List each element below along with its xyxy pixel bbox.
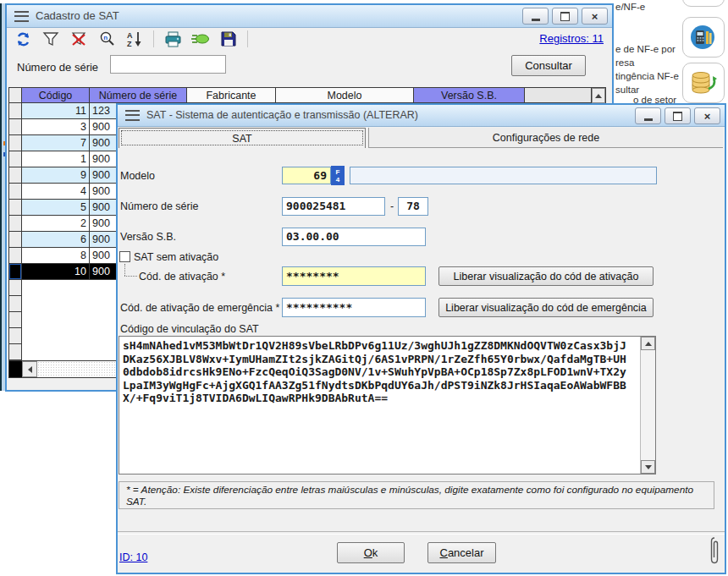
save-button[interactable] [219, 30, 238, 48]
empty-row-selector [9, 328, 22, 344]
scroll-down-button[interactable] [641, 460, 655, 474]
background-text-fragment: tingência NF-e [615, 71, 679, 81]
grid-scroll-left-button[interactable] [22, 361, 37, 377]
vinculacao-code: sH4mNAhed1vM53MbWtDr1QV2H89sVbeLRbDPv6g1… [123, 339, 637, 471]
cadastro-titlebar[interactable]: Cadastro de SAT × [7, 5, 612, 28]
empty-row-selector [9, 296, 22, 312]
liberar-visualizacao-ativacao-button[interactable]: Liberar visualização do cód de ativação [438, 266, 654, 286]
versao-sb-field[interactable]: 03.00.00 [282, 228, 426, 246]
filter-icon [42, 31, 59, 47]
printer-icon [164, 31, 182, 47]
scroll-corner-box [9, 361, 22, 377]
print-button[interactable] [163, 30, 182, 48]
vinculacao-scrollbar[interactable] [640, 337, 655, 474]
sort-button[interactable]: A Z [125, 30, 144, 48]
modelo-label: Modelo [120, 170, 155, 182]
cod-emergencia-field[interactable]: ********** [282, 298, 426, 317]
empty-row-selector [9, 312, 22, 328]
numero-serie-label: Número de série [120, 200, 198, 212]
close-icon: × [704, 111, 711, 122]
svg-text:Z: Z [127, 40, 132, 47]
sat-sem-ativacao-checkbox[interactable] [119, 251, 130, 262]
svg-text:A: A [127, 31, 133, 40]
calculator-icon [687, 20, 720, 54]
close-button[interactable]: × [582, 8, 608, 25]
minimize-button[interactable] [635, 107, 661, 124]
search-label: Número de série [17, 61, 98, 74]
minimize-button[interactable] [522, 8, 549, 25]
cod-emergencia-label: Cód. de ativação de emergência * [120, 302, 279, 314]
registros-link[interactable]: Registros: 11 [539, 32, 604, 45]
grid-scroll-up-button[interactable] [592, 88, 605, 103]
cod-ativacao-field[interactable]: ******** [282, 266, 426, 286]
grid-header-filler [525, 88, 592, 103]
paperclip-icon[interactable] [709, 536, 720, 565]
ok-button[interactable]: Ok [337, 542, 405, 563]
grid-header-modelo[interactable]: Modelo [276, 88, 414, 103]
connector-line [124, 264, 125, 276]
cancelar-button[interactable]: Cancelar [427, 542, 496, 563]
cadastro-window-title: Cadastro de SAT [36, 5, 119, 26]
fiscal-calculator-button[interactable] [682, 17, 725, 58]
grid-header-codigo[interactable]: Código [22, 88, 90, 103]
maximize-icon [673, 112, 682, 121]
menu-icon[interactable] [125, 110, 140, 121]
grid-header-selector [9, 88, 22, 103]
empty-row-selector [9, 344, 22, 360]
background-text-fragment: resa [615, 58, 634, 68]
serie-digito-field[interactable]: 78 [398, 197, 428, 216]
search-input[interactable] [110, 55, 226, 74]
coins-icon [687, 66, 720, 100]
connector-line [124, 276, 137, 277]
footer-divider [118, 531, 725, 535]
sat-window-title: SAT - Sistema de autenticação e transmis… [146, 105, 418, 125]
consultar-button[interactable]: Consultar [511, 55, 586, 76]
arrow-up-icon [595, 94, 602, 98]
background-text-fragment: sultar [615, 85, 639, 95]
close-icon: × [592, 11, 598, 22]
arrow-left-icon [28, 366, 32, 373]
minimize-icon [532, 19, 540, 21]
clear-filter-icon [70, 31, 87, 47]
tab-sat[interactable]: SAT [119, 128, 366, 148]
refresh-button[interactable] [14, 30, 32, 48]
save-icon [221, 31, 236, 47]
quick-export-button[interactable] [191, 30, 210, 48]
backup-coins-button[interactable] [682, 63, 725, 103]
vinculacao-label: Código de vinculação do SAT [120, 323, 259, 335]
tab-configuracoes-de-rede[interactable]: Configurações de rede [368, 128, 723, 148]
modelo-descricao-field [350, 167, 657, 184]
vinculacao-textarea[interactable]: sH4mNAhed1vM53MbWtDr1QV2H89sVbeLRbDPv6g1… [119, 336, 656, 475]
modelo-f4-button[interactable]: F4 [331, 166, 345, 185]
grid-header-fabricante[interactable]: Fabricante [187, 88, 276, 103]
find-icon: n [98, 30, 115, 47]
scroll-up-button[interactable] [641, 337, 655, 350]
find-button[interactable]: n [97, 30, 116, 48]
filter-button[interactable] [41, 30, 60, 48]
minimize-icon [644, 118, 653, 121]
maximize-button[interactable] [552, 8, 578, 25]
arrow-down-icon [645, 465, 652, 469]
sort-az-icon: A Z [126, 30, 143, 47]
menu-icon[interactable] [14, 11, 29, 22]
liberar-visualizacao-emergencia-button[interactable]: Liberar visualização do cód de emergênci… [438, 298, 654, 317]
sat-titlebar[interactable]: SAT - Sistema de autenticação e transmis… [118, 105, 725, 127]
quick-export-icon [191, 32, 210, 46]
toolbar-separator [153, 30, 154, 47]
maximize-button[interactable] [665, 107, 691, 124]
grid-header-versao[interactable]: Versão S.B. [414, 88, 525, 103]
modelo-field[interactable]: 69 [282, 167, 331, 184]
id-link[interactable]: ID: 10 [119, 551, 147, 563]
refresh-icon [15, 31, 31, 47]
background-text-fragment: e/NF-e [615, 2, 645, 12]
versao-sb-label: Versão S.B. [120, 231, 176, 243]
cod-ativacao-label: Cód. de ativação * [139, 271, 225, 283]
sidebar-button-partial[interactable] [682, 0, 725, 7]
clear-filter-button[interactable] [69, 30, 88, 48]
maximize-icon [560, 12, 570, 21]
close-button[interactable]: × [694, 107, 720, 124]
grid-header-serie[interactable]: Número de série [90, 88, 187, 103]
empty-row-selector [9, 280, 22, 296]
arrow-up-icon [645, 342, 652, 346]
numero-serie-field[interactable]: 900025481 [282, 197, 385, 216]
